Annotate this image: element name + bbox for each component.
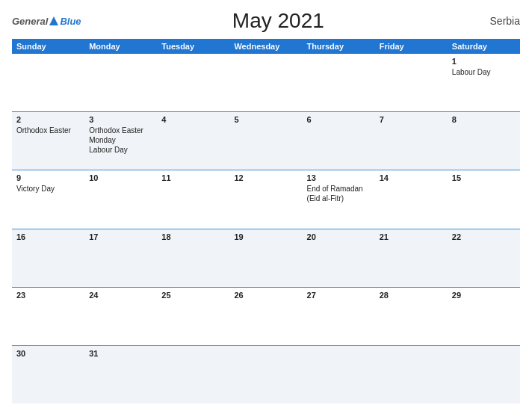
calendar-page: General Blue May 2021 Serbia SundayMonda… [0,0,532,411]
calendar-cell: 13End of Ramadan (Eid al-Fitr) [303,170,375,228]
day-number: 18 [161,232,225,241]
calendar: SundayMondayTuesdayWednesdayThursdayFrid… [12,39,520,404]
calendar-cell [375,346,448,404]
day-number: 2 [16,115,80,124]
day-number: 1 [452,57,516,66]
calendar-cell [229,346,302,404]
svg-marker-0 [49,16,58,25]
day-number: 24 [89,291,152,300]
day-header-saturday: Saturday [448,39,520,54]
holiday-name: Victory Day [16,184,80,194]
day-number: 25 [161,291,225,300]
day-number: 12 [234,173,297,182]
calendar-cell: 17 [84,229,157,287]
calendar-cell: 18 [157,229,229,287]
day-number: 10 [89,173,152,182]
day-number: 7 [380,115,443,124]
calendar-cell: 9Victory Day [12,170,84,228]
day-number: 27 [307,291,371,300]
holiday-name: Orthodox Easter [16,126,80,135]
calendar-row-6: 3031 [12,346,520,404]
day-number: 17 [89,232,152,241]
calendar-cell: 10 [84,170,157,228]
calendar-cell: 30 [12,346,84,404]
calendar-cell [303,346,375,404]
day-number: 19 [234,232,297,241]
calendar-cell: 11 [157,170,229,228]
calendar-row-2: 2Orthodox Easter3Orthodox Easter Monday … [12,112,520,170]
country-label: Serbia [475,15,520,27]
calendar-cell: 20 [303,229,375,287]
calendar-row-5: 23242526272829 [12,288,520,346]
calendar-row-4: 16171819202122 [12,229,520,288]
calendar-cell: 16 [12,229,84,287]
calendar-cell: 24 [84,288,157,345]
day-number: 6 [307,115,371,124]
day-number: 28 [380,291,443,300]
day-header-wednesday: Wednesday [229,39,302,54]
page-header: General Blue May 2021 Serbia [12,9,520,33]
day-header-friday: Friday [375,39,448,54]
day-number: 16 [16,232,80,241]
calendar-cell [448,346,520,404]
calendar-cell: 6 [303,112,375,170]
day-number: 23 [16,291,80,300]
calendar-cell [157,54,229,111]
day-number: 3 [89,115,152,124]
calendar-cell: 21 [375,229,448,287]
day-header-sunday: Sunday [12,39,84,54]
day-number: 22 [452,232,516,241]
calendar-cell: 12 [229,170,302,228]
calendar-cell: 2Orthodox Easter [12,112,84,170]
calendar-cell [157,346,229,404]
day-number: 5 [234,115,297,124]
calendar-cell: 15 [448,170,520,228]
calendar-cell [303,54,375,111]
day-header-tuesday: Tuesday [157,39,229,54]
calendar-cell: 8 [448,112,520,170]
calendar-cell: 5 [229,112,302,170]
calendar-cell: 4 [157,112,229,170]
calendar-cell: 1Labour Day [448,54,520,111]
logo: General Blue [12,16,81,26]
day-number: 14 [380,173,443,182]
calendar-cell: 3Orthodox Easter Monday Labour Day [84,112,157,170]
day-number: 9 [16,173,80,182]
calendar-cell [84,54,157,111]
calendar-cell: 14 [375,170,448,228]
calendar-body: 1Labour Day2Orthodox Easter3Orthodox Eas… [12,54,520,404]
logo-icon [49,16,59,26]
calendar-cell: 29 [448,288,520,345]
calendar-cell: 25 [157,288,229,345]
holiday-name: Orthodox Easter Monday Labour Day [89,126,152,155]
day-header-thursday: Thursday [303,39,375,54]
calendar-header: SundayMondayTuesdayWednesdayThursdayFrid… [12,39,520,54]
day-number: 15 [452,173,516,182]
day-number: 29 [452,291,516,300]
calendar-cell: 27 [303,288,375,345]
day-number: 31 [89,349,152,358]
calendar-cell: 7 [375,112,448,170]
day-number: 20 [307,232,371,241]
day-number: 11 [161,173,225,182]
calendar-row-1: 1Labour Day [12,54,520,112]
day-number: 21 [380,232,443,241]
day-number: 4 [161,115,225,124]
logo-blue-text: Blue [60,16,81,26]
logo-general-text: General [12,16,48,26]
day-number: 8 [452,115,516,124]
calendar-cell: 26 [229,288,302,345]
calendar-cell [12,54,84,111]
calendar-cell: 22 [448,229,520,287]
calendar-row-3: 9Victory Day10111213End of Ramadan (Eid … [12,170,520,229]
day-header-monday: Monday [84,39,157,54]
holiday-name: Labour Day [452,67,516,77]
calendar-cell: 28 [375,288,448,345]
holiday-name: End of Ramadan (Eid al-Fitr) [307,184,371,203]
calendar-cell: 23 [12,288,84,345]
calendar-cell [375,54,448,111]
calendar-cell [229,54,302,111]
month-title: May 2021 [81,9,475,33]
day-number: 30 [16,349,80,358]
calendar-cell: 19 [229,229,302,287]
